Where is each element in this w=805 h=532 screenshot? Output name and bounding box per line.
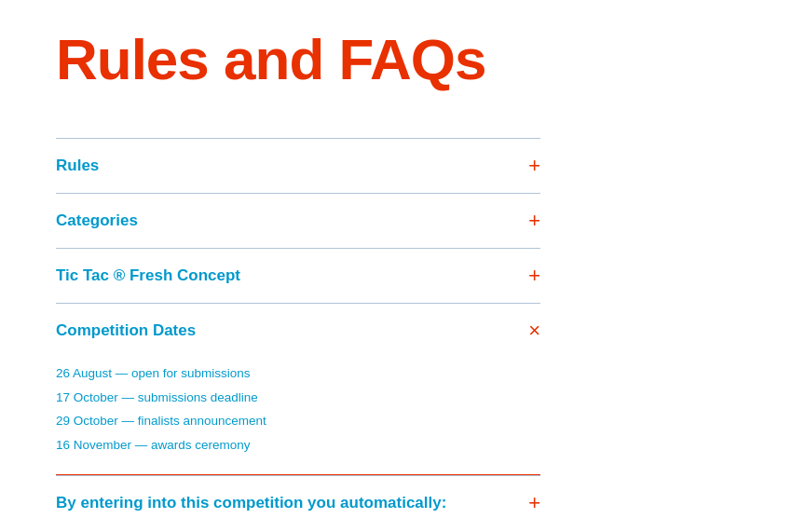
accordion-header-rules[interactable]: Rules+ bbox=[56, 139, 540, 193]
close-icon: × bbox=[528, 321, 540, 341]
content-line: 16 November — awards ceremony bbox=[56, 433, 540, 457]
accordion-label-entering: By entering into this competition you au… bbox=[56, 494, 446, 512]
plus-icon: + bbox=[528, 266, 540, 286]
accordion-header-categories[interactable]: Categories+ bbox=[56, 194, 540, 248]
accordion-item-competition-dates: Competition Dates×26 August — open for s… bbox=[56, 303, 540, 475]
accordion-item-categories: Categories+ bbox=[56, 193, 540, 248]
accordion-list: Rules+Categories+Tic Tac ® Fresh Concept… bbox=[56, 138, 540, 530]
accordion-item-entering: By entering into this competition you au… bbox=[56, 475, 540, 530]
accordion-item-tic-tac: Tic Tac ® Fresh Concept+ bbox=[56, 248, 540, 303]
accordion-content-competition-dates: 26 August — open for submissions17 Octob… bbox=[56, 358, 540, 474]
accordion-label-competition-dates: Competition Dates bbox=[56, 321, 196, 340]
page-container: Rules and FAQs Rules+Categories+Tic Tac … bbox=[0, 0, 805, 532]
accordion-header-tic-tac[interactable]: Tic Tac ® Fresh Concept+ bbox=[56, 249, 540, 303]
accordion-label-rules: Rules bbox=[56, 157, 99, 175]
accordion-item-rules: Rules+ bbox=[56, 138, 540, 193]
content-line: 17 October — submissions deadline bbox=[56, 386, 540, 410]
plus-icon: + bbox=[528, 211, 540, 231]
accordion-header-competition-dates[interactable]: Competition Dates× bbox=[56, 304, 540, 358]
plus-icon: + bbox=[528, 493, 540, 513]
accordion-label-categories: Categories bbox=[56, 211, 138, 230]
accordion-header-entering[interactable]: By entering into this competition you au… bbox=[56, 476, 540, 530]
content-line: 29 October — finalists announcement bbox=[56, 409, 540, 433]
content-line: 26 August — open for submissions bbox=[56, 361, 540, 386]
plus-icon: + bbox=[528, 156, 540, 176]
page-title: Rules and FAQs bbox=[56, 28, 749, 91]
accordion-label-tic-tac: Tic Tac ® Fresh Concept bbox=[56, 266, 240, 285]
